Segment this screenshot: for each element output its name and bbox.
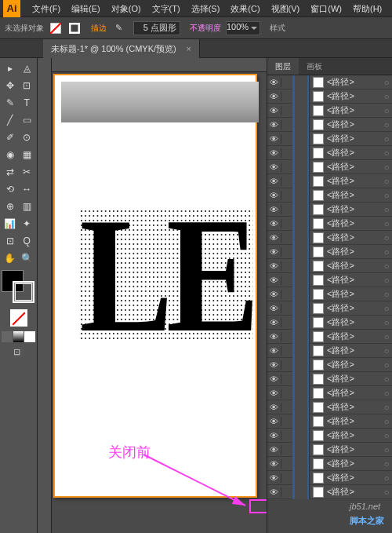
visibility-toggle-icon[interactable]: 👁 [267,332,281,341]
layer-row[interactable]: 👁<路径>○ [267,132,392,146]
target-icon[interactable]: ○ [381,148,392,158]
visibility-toggle-icon[interactable]: 👁 [267,431,281,440]
tool-3-1[interactable]: ▭ [19,111,36,129]
visibility-toggle-icon[interactable]: 👁 [267,389,281,398]
target-icon[interactable]: ○ [381,445,392,455]
color-mode-gradient[interactable] [13,331,24,342]
layer-row[interactable]: 👁<路径>○ [267,485,392,499]
layer-row[interactable]: 👁<路径>○ [267,457,392,471]
layer-row[interactable]: 👁<路径>○ [267,358,392,372]
menu-select[interactable]: 选择(S) [186,0,226,17]
visibility-toggle-icon[interactable]: 👁 [267,487,281,497]
menu-effect[interactable]: 效果(C) [225,0,265,17]
tool-3-0[interactable]: ╱ [2,111,19,129]
tool-6-0[interactable]: ⇄ [2,163,19,181]
target-icon[interactable]: ○ [381,346,392,356]
target-icon[interactable]: ○ [381,78,392,87]
visibility-toggle-icon[interactable]: 👁 [267,219,281,228]
stroke-swatch-icon[interactable] [67,21,82,35]
target-icon[interactable]: ○ [381,162,392,172]
menu-edit[interactable]: 编辑(E) [66,0,106,17]
stroke-profile-field[interactable]: 5 点圆形 [133,21,180,35]
tool-8-1[interactable]: ▥ [19,198,36,215]
canvas-area[interactable]: LE 关闭前 [38,58,267,533]
menu-view[interactable]: 视图(V) [266,0,306,17]
visibility-toggle-icon[interactable]: 👁 [267,473,281,483]
visibility-toggle-icon[interactable]: 👁 [267,120,281,130]
layer-row[interactable]: 👁<路径>○ [267,188,392,203]
layer-row[interactable]: 👁<路径>○ [267,217,392,231]
layer-row[interactable]: 👁<路径>○ [267,160,392,174]
close-tab-icon[interactable]: × [186,44,191,53]
layer-row[interactable]: 👁<路径>○ [267,273,392,287]
visibility-toggle-icon[interactable]: 👁 [267,360,281,370]
visibility-toggle-icon[interactable]: 👁 [267,148,281,158]
visibility-toggle-icon[interactable]: 👁 [267,191,281,200]
target-icon[interactable]: ○ [381,487,392,497]
artboard[interactable]: LE [53,74,257,498]
layer-row[interactable]: 👁<路径>○ [267,330,392,344]
target-icon[interactable]: ○ [381,205,392,214]
visibility-toggle-icon[interactable]: 👁 [267,233,281,243]
tool-0-1[interactable]: ◬ [19,60,36,77]
color-mode-normal[interactable] [2,331,13,342]
target-icon[interactable]: ○ [381,304,392,313]
layer-row[interactable]: 👁<路径>○ [267,443,392,457]
layer-row[interactable]: 👁<路径>○ [267,118,392,132]
visibility-toggle-icon[interactable]: 👁 [267,276,281,285]
tab-layers[interactable]: 图层 [267,58,299,75]
menu-object[interactable]: 对象(O) [106,0,147,17]
fill-swatch-icon[interactable] [49,21,63,35]
target-icon[interactable]: ○ [381,106,392,115]
tool-4-1[interactable]: ⊙ [19,129,36,146]
layer-row[interactable]: 👁<路径>○ [267,414,392,429]
target-icon[interactable]: ○ [381,403,392,412]
layer-row[interactable]: 👁<路径>○ [267,75,392,89]
target-icon[interactable]: ○ [381,360,392,370]
layer-row[interactable]: 👁<路径>○ [267,386,392,400]
layer-row[interactable]: 👁<路径>○ [267,231,392,245]
tool-8-0[interactable]: ⊕ [2,198,19,215]
tool-10-1[interactable]: Q [19,232,36,250]
target-icon[interactable]: ○ [381,431,392,440]
tool-1-1[interactable]: ⊡ [19,77,36,94]
target-icon[interactable]: ○ [381,459,392,469]
opacity-field[interactable]: 100% [226,21,260,35]
target-icon[interactable]: ○ [381,374,392,384]
screen-mode-button[interactable]: ⊡ [13,347,24,358]
target-icon[interactable]: ○ [381,219,392,228]
color-mode-none[interactable] [24,331,35,342]
layer-row[interactable]: 👁<路径>○ [267,301,392,316]
stroke-color-swatch[interactable] [13,281,34,303]
target-icon[interactable]: ○ [381,120,392,130]
target-icon[interactable]: ○ [381,134,392,144]
tool-7-1[interactable]: ↔ [19,181,36,198]
artwork-text[interactable]: LE [80,209,253,341]
target-icon[interactable]: ○ [381,92,392,101]
layer-row[interactable]: 👁<路径>○ [267,174,392,188]
layer-row[interactable]: 👁<路径>○ [267,471,392,485]
layer-row[interactable]: 👁<路径>○ [267,429,392,443]
menu-help[interactable]: 帮助(H) [347,0,387,17]
layer-row[interactable]: 👁<路径>○ [267,104,392,118]
visibility-toggle-icon[interactable]: 👁 [267,459,281,469]
target-icon[interactable]: ○ [381,417,392,426]
tool-4-0[interactable]: ✐ [2,129,19,146]
layer-row[interactable]: 👁<路径>○ [267,203,392,217]
target-icon[interactable]: ○ [381,247,392,257]
tool-5-0[interactable]: ◉ [2,146,19,163]
target-icon[interactable]: ○ [381,233,392,243]
visibility-toggle-icon[interactable]: 👁 [267,106,281,115]
none-color-swatch[interactable] [10,309,27,327]
layer-row[interactable]: 👁<路径>○ [267,316,392,330]
target-icon[interactable]: ○ [381,177,392,186]
visibility-toggle-icon[interactable]: 👁 [267,177,281,186]
target-icon[interactable]: ○ [381,318,392,327]
tab-artboards[interactable]: 画板 [299,58,330,75]
layers-list[interactable]: 👁<路径>○👁<路径>○👁<路径>○👁<路径>○👁<路径>○👁<路径>○👁<路径… [267,75,392,533]
menu-file[interactable]: 文件(F) [27,0,66,17]
tool-1-0[interactable]: ✥ [2,77,19,94]
layer-row[interactable]: 👁<路径>○ [267,245,392,259]
visibility-toggle-icon[interactable]: 👁 [267,261,281,271]
visibility-toggle-icon[interactable]: 👁 [267,134,281,144]
